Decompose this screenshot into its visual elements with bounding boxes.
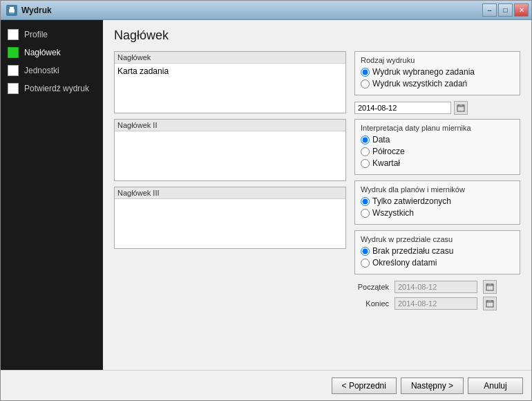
- cancel-button[interactable]: Anuluj: [468, 377, 523, 394]
- radio-data[interactable]: [361, 136, 370, 144]
- page-title: Nagłówek: [114, 28, 520, 43]
- date-row: [354, 101, 520, 115]
- radio-kwartal-row: Kwartał: [361, 158, 514, 168]
- sidebar: Profile Nagłówek Jednostki Potwierdź wyd…: [1, 20, 103, 370]
- start-label: Początek: [354, 283, 389, 291]
- radio-all-label: Wydruk wszystkich zadań: [372, 79, 467, 88]
- print-type-section: Rodzaj wydruku Wydruk wybranego zadania …: [354, 51, 520, 95]
- radio-polrocze-label: Półrocze: [372, 147, 405, 156]
- radio-selected-row: Wydruk wybranego zadania: [361, 67, 514, 77]
- header1-group: Nagłówek Karta zadania: [114, 51, 346, 113]
- header3-label: Nagłówek III: [115, 187, 345, 199]
- radio-polrocze-row: Półrocze: [361, 147, 514, 156]
- bottom-bar: < Poprzedni Następny > Anuluj: [1, 370, 531, 400]
- time-range-section: Wydruk w przedziale czasu Brak przedział…: [354, 230, 520, 274]
- potwierdz-nav-icon: [8, 83, 19, 94]
- sidebar-label-potwierdz: Potwierdź wydruk: [24, 84, 89, 93]
- main-window: Wydruk – □ ✕ Profile Nagłówek Jednostki: [0, 0, 532, 401]
- radio-all-items-row: Wszystkich: [361, 208, 514, 218]
- radio-no-range-row: Brak przedziału czasu: [361, 246, 514, 256]
- titlebar-buttons: – □ ✕: [482, 3, 529, 17]
- header1-input[interactable]: Karta zadania: [115, 64, 345, 111]
- svg-rect-11: [486, 301, 493, 307]
- radio-only-confirmed-row: Tylko zatwierdzonych: [361, 196, 514, 206]
- radio-kwartal[interactable]: [361, 159, 370, 168]
- end-date-row: Koniec: [354, 297, 520, 310]
- radio-specific-row: Określony datami: [361, 258, 514, 268]
- main-panel: Nagłówek Nagłówek Karta zadania Nagłówek…: [103, 20, 531, 370]
- radio-polrocze[interactable]: [361, 147, 370, 156]
- minimize-button[interactable]: –: [482, 3, 497, 17]
- radio-all-items-label: Wszystkich: [372, 208, 414, 218]
- main-layout: Nagłówek Karta zadania Nagłówek II Nagłó…: [114, 51, 520, 313]
- radio-specific-label: Określony datami: [372, 258, 437, 268]
- close-button[interactable]: ✕: [514, 3, 529, 17]
- print-type-title: Rodzaj wydruku: [361, 56, 514, 64]
- end-label: Koniec: [354, 299, 389, 308]
- date-input[interactable]: [354, 102, 451, 114]
- sidebar-item-profile[interactable]: Profile: [1, 26, 103, 44]
- window-title: Wydruk: [21, 6, 52, 15]
- maximize-button[interactable]: □: [498, 3, 513, 17]
- sidebar-label-jednostki: Jednostki: [24, 66, 59, 75]
- radio-kwartal-label: Kwartał: [372, 158, 400, 168]
- titlebar-left: Wydruk: [6, 5, 52, 16]
- date-interpretation-title: Interpretacja daty planu miernika: [361, 124, 514, 132]
- header3-group: Nagłówek III: [114, 187, 346, 249]
- sidebar-item-jednostki[interactable]: Jednostki: [1, 62, 103, 80]
- radio-only-confirmed-label: Tylko zatwierdzonych: [372, 196, 451, 206]
- svg-rect-7: [486, 284, 493, 290]
- prev-button[interactable]: < Poprzedni: [332, 377, 397, 394]
- profile-nav-icon: [8, 29, 19, 40]
- time-range-title: Wydruk w przedziale czasu: [361, 235, 514, 243]
- radio-no-range[interactable]: [361, 247, 370, 256]
- end-date-picker-button[interactable]: [483, 297, 497, 310]
- printer-icon: [6, 5, 17, 16]
- content-area: Profile Nagłówek Jednostki Potwierdź wyd…: [1, 20, 531, 370]
- titlebar: Wydruk – □ ✕: [1, 1, 531, 20]
- radio-all-row: Wydruk wszystkich zadań: [361, 79, 514, 88]
- svg-rect-1: [10, 7, 14, 9]
- radio-data-row: Data: [361, 135, 514, 144]
- naglowek-nav-icon: [8, 47, 19, 58]
- radio-all[interactable]: [361, 80, 370, 88]
- start-date-picker-button[interactable]: [483, 280, 497, 294]
- jednostki-nav-icon: [8, 65, 19, 76]
- next-button[interactable]: Następny >: [401, 377, 464, 394]
- start-date-row: Początek: [354, 280, 520, 294]
- header2-group: Nagłówek II: [114, 119, 346, 181]
- end-date-input[interactable]: [395, 297, 477, 310]
- header2-input[interactable]: [115, 131, 345, 178]
- svg-rect-3: [457, 105, 464, 111]
- sidebar-item-potwierdz[interactable]: Potwierdź wydruk: [1, 80, 103, 97]
- radio-only-confirmed[interactable]: [361, 197, 370, 206]
- right-column: Rodzaj wydruku Wydruk wybranego zadania …: [354, 51, 520, 313]
- radio-data-label: Data: [372, 135, 390, 144]
- radio-selected-label: Wydruk wybranego zadania: [372, 67, 475, 77]
- plan-print-title: Wydruk dla planów i mierników: [361, 185, 514, 194]
- header1-label: Nagłówek: [115, 52, 345, 64]
- sidebar-label-profile: Profile: [24, 30, 48, 39]
- sidebar-item-naglowek[interactable]: Nagłówek: [1, 44, 103, 62]
- header2-label: Nagłówek II: [115, 120, 345, 131]
- date-interpretation-section: Interpretacja daty planu miernika Data P…: [354, 119, 520, 175]
- radio-all-items[interactable]: [361, 209, 370, 218]
- radio-selected[interactable]: [361, 68, 370, 77]
- sidebar-label-naglowek: Nagłówek: [24, 48, 61, 57]
- header3-input[interactable]: [115, 199, 345, 246]
- date-picker-button[interactable]: [454, 101, 468, 115]
- plan-print-section: Wydruk dla planów i mierników Tylko zatw…: [354, 180, 520, 225]
- start-date-input[interactable]: [395, 281, 477, 293]
- radio-no-range-label: Brak przedziału czasu: [372, 246, 453, 256]
- radio-specific[interactable]: [361, 259, 370, 268]
- left-column: Nagłówek Karta zadania Nagłówek II Nagłó…: [114, 51, 346, 313]
